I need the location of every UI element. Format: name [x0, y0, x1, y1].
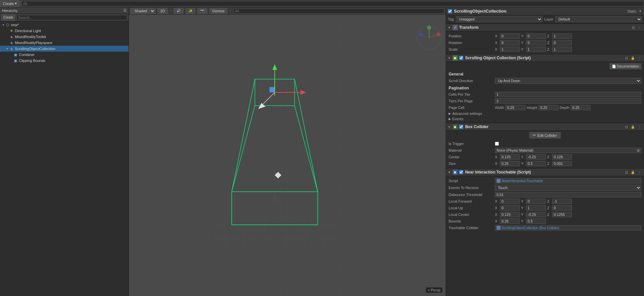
hierarchy-create-btn[interactable]: Create — [1, 14, 15, 21]
page-cell-height-input[interactable] — [539, 105, 558, 110]
box-collider-lock-btn[interactable]: 🔒 — [630, 125, 636, 129]
events-arrow: ▶ — [449, 117, 451, 121]
scroll-direction-label: Scroll Direction — [449, 79, 495, 83]
tiers-per-page-input[interactable] — [495, 98, 641, 104]
cells-per-tier-input[interactable] — [495, 92, 641, 97]
events-to-receive-select[interactable]: Touch — [495, 185, 641, 191]
tree-item-mrplayspace[interactable]: ▶ ◈ MixedRealityPlayspace — [0, 40, 129, 46]
near-interaction-maximize-btn[interactable]: ⊡ — [624, 170, 629, 174]
lc-z-input[interactable] — [552, 212, 572, 217]
lf-x-input[interactable] — [500, 199, 520, 204]
box-collider-maximize-btn[interactable]: ⊡ — [624, 125, 629, 129]
size-z-input[interactable] — [552, 161, 572, 166]
near-interaction-lock-btn[interactable]: 🔒 — [630, 170, 636, 174]
center-z-input[interactable] — [552, 154, 572, 160]
gizmos-btn[interactable]: Gizmos — [209, 8, 227, 14]
scrolling-lock-btn[interactable]: 🔒 — [630, 56, 636, 60]
position-x-input[interactable] — [500, 33, 520, 39]
scrolling-menu-btn[interactable]: ⋮ — [637, 56, 642, 60]
bounds-x-input[interactable] — [500, 219, 520, 224]
lu-y-input[interactable] — [526, 205, 546, 211]
main-layout: Hierarchy ☰ Create ▼ ⬡ new* ▶ ☀ Directio… — [0, 7, 644, 296]
tree-toggle-new[interactable]: ▼ — [1, 23, 5, 27]
material-field[interactable]: None (Physic Material) ⊙ — [495, 148, 641, 153]
2d-button[interactable]: 2D — [157, 8, 168, 14]
scene-view[interactable]: Y X Z < Persp — [129, 15, 446, 296]
local-up-row: Local Up X Y Z — [449, 205, 641, 211]
fx-btn[interactable]: ✨ — [185, 8, 195, 14]
center-x-input[interactable] — [500, 154, 520, 160]
scale-y-input[interactable] — [526, 47, 546, 52]
debounce-threshold-input[interactable] — [495, 192, 641, 197]
position-z-input[interactable] — [552, 33, 572, 39]
scrolling-maximize-btn[interactable]: ⊡ — [624, 56, 629, 60]
tree-item-new[interactable]: ▼ ⬡ new* — [0, 22, 129, 28]
scene-search-input[interactable] — [233, 8, 444, 14]
center-y-input[interactable] — [526, 154, 546, 160]
page-cell-width-input[interactable] — [505, 105, 525, 110]
position-y-input[interactable] — [526, 33, 546, 39]
hierarchy-search-input[interactable] — [17, 15, 127, 20]
size-x-input[interactable] — [500, 161, 520, 166]
box-collider-menu-btn[interactable]: ⋮ — [637, 125, 642, 129]
cam-btn[interactable]: 📷 — [197, 8, 207, 14]
lc-y-label: Y — [521, 213, 525, 217]
tree-item-container[interactable]: ▶ ▣ Container — [0, 52, 129, 58]
advanced-settings-row[interactable]: ▶ Advanced settings — [449, 111, 641, 116]
page-cell-depth-input[interactable] — [571, 105, 590, 110]
events-row[interactable]: ▶ Events — [449, 116, 641, 122]
transform-menu-btn[interactable]: ⋮ — [637, 25, 642, 30]
scale-x-input[interactable] — [500, 47, 520, 52]
script-ref-field[interactable]: NearInteractionTouchable — [495, 178, 641, 183]
rotation-y-input[interactable] — [526, 40, 546, 45]
lu-z-input[interactable] — [552, 205, 572, 211]
near-interaction-enabled-checkbox[interactable] — [459, 170, 463, 174]
object-enabled-checkbox[interactable] — [448, 9, 452, 13]
create-button[interactable]: Create ▾ — [0, 0, 20, 7]
scrolling-enabled-checkbox[interactable] — [459, 56, 463, 60]
lu-z-group: Z — [547, 205, 572, 211]
bounds-y-input[interactable] — [526, 219, 546, 224]
script-row: Script NearInteractionTouchable — [449, 177, 641, 184]
transform-maximize-btn[interactable]: ⊡ — [631, 25, 636, 30]
scrolling-actions: ⊡ 🔒 ⋮ — [624, 56, 642, 60]
touchable-collider-field[interactable]: ScrollingObjectCollection (Box Collider) — [495, 225, 641, 230]
cells-per-tier-label: Cells Per Tier — [449, 92, 495, 96]
rotation-x-input[interactable] — [500, 40, 520, 45]
material-circle-btn[interactable]: ⊙ — [637, 148, 640, 153]
edit-collider-button[interactable]: ✏ Edit Collider — [529, 132, 560, 138]
cube-icon-1: ▣ — [13, 52, 18, 57]
top-search-input[interactable] — [21, 1, 644, 6]
scrolling-script-header[interactable]: ▼ ▣ Scrolling Object Collection (Script)… — [446, 54, 644, 62]
tree-item-clipping[interactable]: ▶ ▣ Clipping Bounds — [0, 58, 129, 64]
tree-item-scrollingobj[interactable]: ▼ ◈ ScrollingObjectCollection — [0, 46, 129, 52]
touchable-collider-label: Touchable Collider — [449, 226, 495, 230]
box-collider-enabled-checkbox[interactable] — [459, 125, 463, 129]
scroll-direction-select[interactable]: Up And Down — [495, 78, 641, 84]
static-dropdown-btn[interactable]: ▾ — [638, 9, 642, 13]
shaded-dropdown[interactable]: Shaded — [130, 8, 155, 14]
documentation-button[interactable]: 📄 Documentation — [610, 63, 641, 69]
box-collider-header[interactable]: ▼ ▣ Box Collider ⊡ 🔒 ⋮ — [446, 123, 644, 131]
size-y-input[interactable] — [526, 161, 546, 166]
near-interaction-header[interactable]: ▼ ▣ Near Interaction Touchable (Script) … — [446, 168, 644, 176]
transform-header[interactable]: ▼ ⤢ Transform ⊡ ⋮ — [446, 24, 644, 31]
size-label: Size — [449, 162, 495, 166]
near-interaction-menu-btn[interactable]: ⋮ — [637, 170, 642, 174]
tree-item-directional-light[interactable]: ▶ ☀ Directional Light — [0, 28, 129, 34]
lf-z-input[interactable] — [552, 199, 572, 204]
scene-icon: ⬡ — [5, 23, 10, 27]
layer-select[interactable]: Default — [555, 16, 642, 22]
lu-x-input[interactable] — [500, 205, 520, 211]
audio-btn[interactable]: 🔊 — [174, 8, 183, 14]
is-trigger-checkbox[interactable] — [495, 142, 499, 146]
tag-select[interactable]: Untagged — [456, 16, 543, 22]
rotation-z-input[interactable] — [552, 40, 572, 45]
tree-item-mrtoolkit[interactable]: ▶ ◈ MixedRealityToolkit — [0, 34, 129, 40]
lf-y-input[interactable] — [526, 199, 546, 204]
hierarchy-menu-icon[interactable]: ☰ — [123, 8, 127, 13]
tree-toggle-soc[interactable]: ▼ — [5, 47, 9, 51]
lc-y-input[interactable] — [526, 212, 546, 217]
scale-z-input[interactable] — [552, 47, 572, 52]
lc-x-input[interactable] — [500, 212, 520, 217]
